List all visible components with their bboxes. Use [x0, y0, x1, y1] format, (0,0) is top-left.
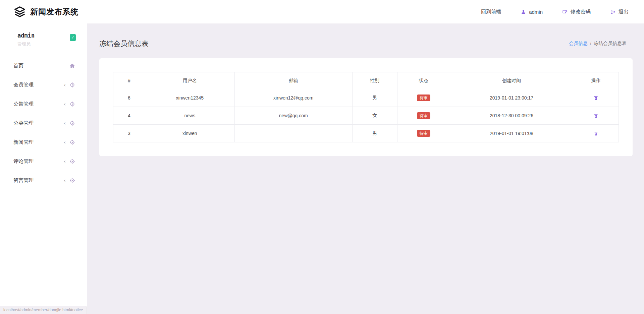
delete-member-button[interactable]: [592, 94, 600, 102]
sidebar-item-label: 新闻管理: [13, 139, 64, 145]
table-row: 6xinwen12345xinwen12@qq.com男待审2019-01-01…: [113, 89, 619, 107]
chevron-left-icon: ‹: [64, 178, 66, 184]
table-row: 3xinwen男待审2019-01-01 19:01:08: [113, 125, 619, 142]
sidebar-user-name: admin: [17, 32, 35, 39]
target-icon: [69, 82, 75, 88]
col-header-actions: 操作: [573, 72, 619, 89]
logout-icon: [610, 9, 616, 15]
sidebar-item-label: 留言管理: [13, 177, 64, 184]
sidebar-item-home[interactable]: 首页: [0, 56, 87, 75]
trash-icon: [593, 131, 598, 136]
target-icon: [69, 120, 75, 126]
sidebar-item-2[interactable]: 分类管理‹: [0, 114, 87, 133]
target-icon: [69, 139, 75, 145]
app-title: 新闻发布系统: [30, 7, 78, 17]
cell-actions: [573, 125, 619, 142]
breadcrumb: 会员信息 / 冻结会员信息表: [569, 41, 627, 47]
home-icon: [69, 63, 75, 69]
breadcrumb-current: 冻结会员信息表: [594, 41, 627, 47]
trash-icon: [593, 113, 598, 118]
cell-gender: 男: [352, 125, 397, 142]
cell-gender: 女: [352, 107, 397, 125]
sidebar-item-label: 公告管理: [13, 101, 64, 107]
col-header-id: #: [113, 72, 145, 89]
cell-created: 2019-01-01 23:00:17: [450, 89, 573, 107]
sidebar-item-5[interactable]: 留言管理‹: [0, 171, 87, 190]
table-header-row: # 用户名 邮箱 性别 状态 创建时间 操作: [113, 72, 619, 89]
chevron-left-icon: ‹: [64, 101, 66, 107]
back-to-frontend-link[interactable]: 回到前端: [481, 9, 501, 15]
cell-id: 6: [113, 89, 145, 107]
person-icon: [521, 9, 526, 15]
breadcrumb-parent-link[interactable]: 会员信息: [569, 41, 588, 47]
browser-status-url: localhost/admin/member/dongjie.html#noti…: [0, 306, 87, 314]
frozen-members-table: # 用户名 邮箱 性别 状态 创建时间 操作 6xinwen12345xinwe…: [113, 72, 619, 142]
page-title: 冻结会员信息表: [99, 39, 149, 48]
cell-created: 2019-01-01 19:01:08: [450, 125, 573, 142]
sidebar-item-3[interactable]: 新闻管理‹: [0, 133, 87, 152]
col-header-email: 邮箱: [234, 72, 352, 89]
cell-gender: 男: [352, 89, 397, 107]
sidebar-user-role: 管理员: [17, 41, 35, 47]
sidebar-nav: 首页 会员管理‹ 公告管理‹ 分类管理‹ 新闻管理‹ 评论管理‹ 留言管理‹: [0, 56, 87, 190]
change-password-label: 修改密码: [571, 9, 591, 15]
chevron-left-icon: ‹: [64, 120, 66, 126]
target-icon: [69, 101, 75, 107]
sidebar-item-label: 分类管理: [13, 120, 64, 126]
status-badge: 待审: [417, 112, 430, 119]
delete-member-button[interactable]: [592, 129, 600, 137]
col-header-created: 创建时间: [450, 72, 573, 89]
table-row: 4newsnew@qq.com女待审2018-12-30 00:09:26: [113, 107, 619, 125]
current-user-label: admin: [529, 9, 543, 15]
logout-label: 退出: [619, 9, 629, 15]
sidebar-item-1[interactable]: 公告管理‹: [0, 95, 87, 114]
top-header: 新闻发布系统 回到前端 admin 修改密码: [0, 0, 644, 23]
edit-card-icon: [562, 9, 568, 15]
chevron-left-icon: ‹: [64, 159, 66, 165]
col-header-username: 用户名: [145, 72, 234, 89]
cell-id: 4: [113, 107, 145, 125]
cell-actions: [573, 107, 619, 125]
table-body: 6xinwen12345xinwen12@qq.com男待审2019-01-01…: [113, 89, 619, 142]
trash-icon: [593, 95, 598, 101]
change-password-button[interactable]: 修改密码: [562, 9, 591, 15]
delete-member-button[interactable]: [592, 112, 600, 120]
col-header-gender: 性别: [352, 72, 397, 89]
sidebar-item-label: 会员管理: [13, 82, 64, 88]
sidebar-item-4[interactable]: 评论管理‹: [0, 152, 87, 171]
sidebar-item-0[interactable]: 会员管理‹: [0, 75, 87, 95]
page-head: 冻结会员信息表 会员信息 / 冻结会员信息表: [87, 23, 644, 48]
cell-email: [234, 125, 352, 142]
sidebar-item-label: 首页: [13, 63, 69, 69]
chevron-left-icon: ‹: [64, 139, 66, 145]
target-icon: [69, 158, 75, 165]
main-content: 冻结会员信息表 会员信息 / 冻结会员信息表 # 用户名 邮箱 性别 状态 创建…: [87, 23, 644, 314]
cell-username: xinwen: [145, 125, 234, 142]
cell-username: news: [145, 107, 234, 125]
cell-email: xinwen12@qq.com: [234, 89, 352, 107]
status-badge: 待审: [417, 130, 430, 137]
logout-button[interactable]: 退出: [610, 9, 629, 15]
current-user-menu[interactable]: admin: [521, 9, 543, 15]
cell-actions: [573, 89, 619, 107]
top-menu: 回到前端 admin 修改密码 退出: [481, 9, 629, 15]
cell-created: 2018-12-30 00:09:26: [450, 107, 573, 125]
sidebar-user-block: admin 管理员 ✓: [0, 23, 87, 47]
table-card: # 用户名 邮箱 性别 状态 创建时间 操作 6xinwen12345xinwe…: [99, 58, 633, 156]
back-to-frontend-label: 回到前端: [481, 9, 501, 15]
col-header-status: 状态: [397, 72, 450, 89]
check-badge-icon: ✓: [70, 34, 76, 41]
status-badge: 待审: [417, 95, 430, 101]
layers-icon: [13, 5, 26, 18]
cell-status: 待审: [397, 125, 450, 142]
cell-id: 3: [113, 125, 145, 142]
cell-username: xinwen12345: [145, 89, 234, 107]
chevron-left-icon: ‹: [64, 82, 66, 88]
cell-email: new@qq.com: [234, 107, 352, 125]
breadcrumb-separator: /: [590, 41, 591, 46]
app-logo: 新闻发布系统: [13, 5, 78, 18]
target-icon: [69, 177, 75, 184]
sidebar-item-label: 评论管理: [13, 158, 64, 165]
cell-status: 待审: [397, 89, 450, 107]
cell-status: 待审: [397, 107, 450, 125]
